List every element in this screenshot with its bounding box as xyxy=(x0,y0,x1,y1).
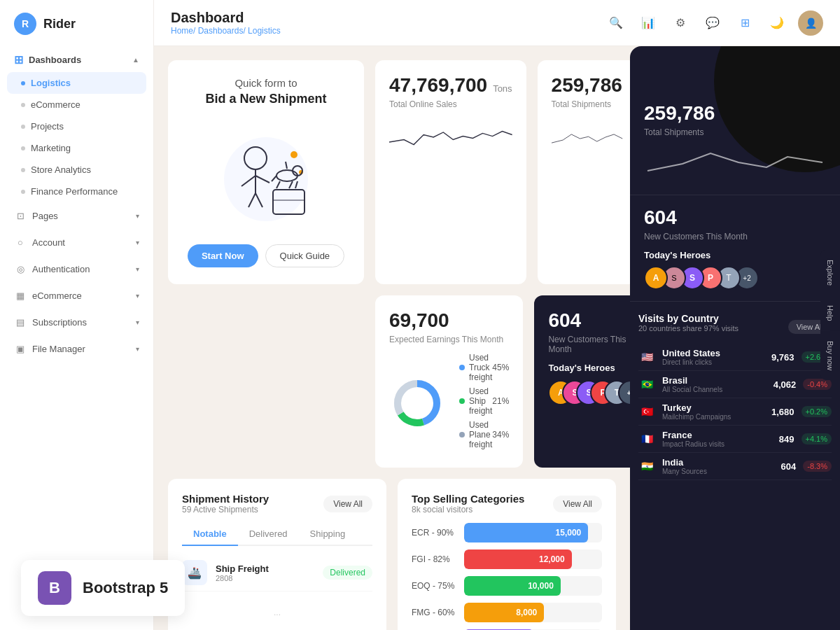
ship-name: Ship Freight xyxy=(216,564,269,574)
ship-info: Ship Freight 2808 xyxy=(216,564,269,582)
sidebar-item-account[interactable]: ○ Account ▾ xyxy=(0,229,153,255)
help-tab[interactable]: Help xyxy=(820,295,840,331)
start-now-button[interactable]: Start Now xyxy=(188,244,258,267)
tr-flag: 🇹🇷 xyxy=(638,405,655,418)
chat-icon[interactable]: 💬 xyxy=(701,12,724,34)
sidebar-item-finance[interactable]: Finance Performance xyxy=(0,181,153,202)
heroes-section: Today's Heroes A S S P T +2 xyxy=(548,354,630,405)
heroes-row: A S S P T +2 xyxy=(644,266,826,290)
svg-point-9 xyxy=(290,151,298,158)
promo-card: Quick form to Bid a New Shipment xyxy=(168,60,364,284)
sidebar-item-projects[interactable]: Projects xyxy=(0,115,153,137)
grid-toggle-icon[interactable]: ⊞ xyxy=(734,12,756,34)
quick-guide-button[interactable]: Quick Guide xyxy=(265,244,345,267)
illustration-svg xyxy=(210,123,322,228)
search-icon[interactable]: 🔍 xyxy=(605,12,627,34)
visits-section: Visits by Country 20 countries share 97%… xyxy=(630,302,840,491)
visits-header: Visits by Country 20 countries share 97%… xyxy=(638,313,832,341)
sidebar-item-files[interactable]: ▣ File Manager ▾ xyxy=(0,335,153,362)
country-name: France xyxy=(662,430,772,440)
dark-shipments-num: 259,786 xyxy=(644,102,826,125)
promo-illustration xyxy=(210,120,322,232)
dark-customers-label: New Customers This Month xyxy=(644,232,826,241)
sidebar-item-pages[interactable]: ⊡ Pages ▾ xyxy=(0,202,153,229)
country-change: +4.1% xyxy=(802,433,832,444)
sidebar-item-ecommerce2[interactable]: ▦ eCommerce ▾ xyxy=(0,282,153,309)
settings-icon[interactable]: ⚙ xyxy=(669,12,692,34)
bar-value: 8,000 xyxy=(516,608,537,617)
table-row: 🚢 Ship Freight 2808 Delivered xyxy=(182,554,372,592)
promo-actions: Start Now Quick Guide xyxy=(188,244,344,267)
sidebar-item-auth[interactable]: ◎ Authentication ▾ xyxy=(0,255,153,282)
bar-ecr: ECR - 90% 15,000 xyxy=(412,523,602,542)
dashboards-group[interactable]: ⊞ Dashboards ▲ xyxy=(0,48,153,72)
country-change: +0.2% xyxy=(802,406,832,417)
bar-track: 12,000 xyxy=(464,550,602,569)
side-tabs: Explore Help Buy now xyxy=(820,250,840,380)
logo[interactable]: R Rider xyxy=(0,0,153,48)
header: Dashboard Home/ Dashboards/ Logistics 🔍 … xyxy=(154,0,840,46)
dot xyxy=(21,103,25,107)
tab-shipping[interactable]: Shipping xyxy=(299,523,357,546)
br-flag: 🇧🇷 xyxy=(638,378,655,391)
bar-value: 15,000 xyxy=(556,528,582,538)
visits-subtitle: 20 countries share 97% visits xyxy=(638,324,738,332)
legend-ship: Used Ship freight 21% xyxy=(459,386,509,416)
right-panel: 259,786 Total Shipments 604 New Customer… xyxy=(630,46,840,630)
hero-a: A xyxy=(644,266,668,290)
dark-shipments-label: Total Shipments xyxy=(644,127,826,137)
selling-subtitle: 8k social visitors xyxy=(412,505,524,514)
bar-eoq: EOQ - 75% 10,000 xyxy=(412,576,602,596)
tab-notable[interactable]: Notable xyxy=(182,523,238,546)
bar-value: 12,000 xyxy=(539,554,565,564)
dark-customers-num: 604 xyxy=(644,206,826,229)
grid-icon: ⊞ xyxy=(14,53,23,66)
freight-legend: Used Truck freight 45% Used Ship freight… xyxy=(459,353,509,454)
country-info: Brasil All Social Channels xyxy=(662,375,766,393)
active-dot xyxy=(21,81,25,85)
chart-icon[interactable]: 📊 xyxy=(637,12,659,34)
country-visits: 604 xyxy=(781,461,797,472)
theme-icon[interactable]: 🌙 xyxy=(766,12,788,34)
shipment-tabs: Notable Delivered Shipping xyxy=(182,523,372,546)
country-change: -8.3% xyxy=(803,461,832,472)
header-left: Dashboard Home/ Dashboards/ Logistics xyxy=(171,10,281,36)
sidebar-item-logistics[interactable]: Logistics xyxy=(7,72,146,94)
ecommerce-icon: ▦ xyxy=(14,289,27,302)
tab-delivered[interactable]: Delivered xyxy=(238,523,299,546)
bar-label: FGI - 82% xyxy=(412,554,457,564)
bootstrap-text: Bootstrap 5 xyxy=(154,579,168,597)
page-title: Dashboard xyxy=(171,10,281,26)
sidebar-item-marketing[interactable]: Marketing xyxy=(0,137,153,159)
earnings-card: 69,700 Expected Earnings This Month xyxy=(375,295,523,468)
chevron-icon: ▾ xyxy=(136,345,139,353)
explore-tab[interactable]: Explore xyxy=(820,250,840,295)
sidebar-item-store-analytics[interactable]: Store Analytics xyxy=(0,159,153,181)
dot xyxy=(21,146,25,150)
country-name: India xyxy=(662,457,774,468)
more-rows-placeholder: ... xyxy=(182,592,372,630)
user-avatar[interactable]: 👤 xyxy=(798,10,823,36)
selling-view-all[interactable]: View All xyxy=(553,496,602,512)
bar-fill: 10,000 xyxy=(464,576,561,596)
country-info: France Impact Radius visits xyxy=(662,430,772,448)
sidebar-item-subscriptions[interactable]: ▤ Subscriptions ▾ xyxy=(0,309,153,335)
country-change: -0.4% xyxy=(803,379,832,390)
country-row-tr: 🇹🇷 Turkey Mailchimp Campaigns 1,680 +0.2… xyxy=(638,398,832,426)
sidebar: R Rider ⊞ Dashboards ▲ Logistics eCommer… xyxy=(0,0,154,630)
total-sales-number: 47,769,700 xyxy=(389,74,487,97)
dark-shipments: 259,786 Total Shipments xyxy=(630,46,840,195)
app-name: Rider xyxy=(43,17,76,31)
sidebar-item-ecommerce[interactable]: eCommerce xyxy=(0,94,153,115)
logo-icon: R xyxy=(14,13,36,35)
total-shipments-label: Total Shipments xyxy=(552,99,622,109)
pages-icon: ⊡ xyxy=(14,209,27,222)
dashboards-label: ⊞ Dashboards xyxy=(14,53,81,66)
shipment-view-all[interactable]: View All xyxy=(323,496,372,512)
heroes-label: Today's Heroes xyxy=(644,250,826,260)
breadcrumb-active[interactable]: Logistics xyxy=(248,26,281,36)
buy-now-tab[interactable]: Buy now xyxy=(820,331,840,380)
legend-truck: Used Truck freight 45% xyxy=(459,353,509,382)
country-source: Many Sources xyxy=(662,468,774,475)
country-visits: 4,062 xyxy=(774,379,797,390)
